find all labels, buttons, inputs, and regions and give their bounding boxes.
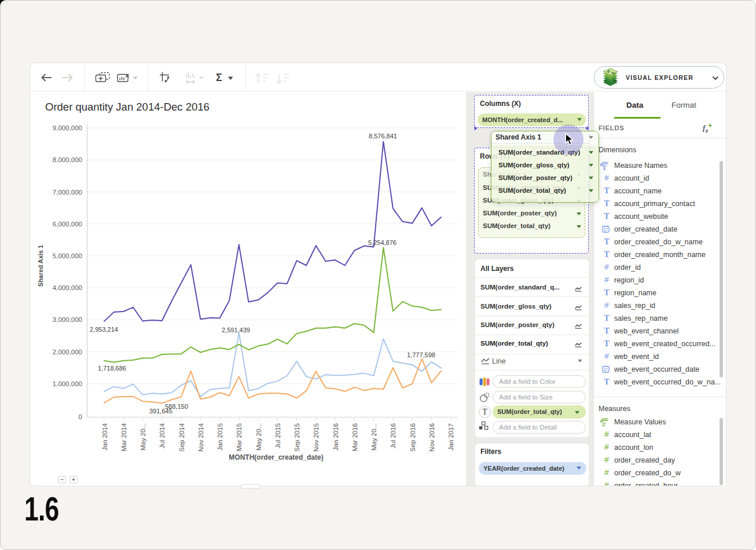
- svg-text:T: T: [602, 164, 607, 171]
- svg-text:Jul 2016: Jul 2016: [390, 423, 397, 448]
- svg-text:2,591,439: 2,591,439: [222, 327, 250, 333]
- svg-text:Sep 2015: Sep 2015: [293, 423, 300, 452]
- svg-text:May 20...: May 20...: [255, 423, 262, 450]
- svg-text:5,254,876: 5,254,876: [368, 239, 397, 246]
- svg-text:1,000,000: 1,000,000: [53, 380, 82, 387]
- svg-text:Mar 2014: Mar 2014: [120, 423, 127, 451]
- svg-text:4,000,000: 4,000,000: [53, 284, 82, 291]
- svg-text:May 20...: May 20...: [370, 423, 377, 450]
- svg-text:May 20...: May 20...: [140, 423, 146, 450]
- svg-text:0: 0: [79, 413, 82, 420]
- svg-text:3,000,000: 3,000,000: [53, 316, 82, 323]
- svg-text:5,000,000: 5,000,000: [53, 252, 82, 259]
- svg-text:MONTH(order_created_date): MONTH(order_created_date): [229, 453, 323, 461]
- svg-text:#: #: [602, 421, 606, 427]
- svg-text:9,000,000: 9,000,000: [53, 124, 82, 131]
- svg-text:Jan 2017: Jan 2017: [447, 423, 454, 450]
- svg-text:2,953,214: 2,953,214: [90, 326, 118, 333]
- svg-text:Jul 2015: Jul 2015: [274, 423, 281, 448]
- svg-text:Jan 2014: Jan 2014: [101, 423, 108, 450]
- svg-text:Shared Axis 1: Shared Axis 1: [37, 245, 44, 287]
- svg-text:Nov 2014: Nov 2014: [197, 423, 204, 452]
- svg-text:Jan 2016: Jan 2016: [332, 423, 339, 450]
- svg-text:2,000,000: 2,000,000: [53, 349, 82, 355]
- svg-text:7,000,000: 7,000,000: [53, 189, 82, 196]
- svg-text:Jan 2015: Jan 2015: [216, 423, 223, 450]
- svg-text:6,000,000: 6,000,000: [53, 221, 82, 228]
- svg-text:Mar 2015: Mar 2015: [236, 423, 243, 452]
- svg-text:Nov 2016: Nov 2016: [428, 423, 435, 452]
- svg-text:Jul 2014: Jul 2014: [159, 423, 166, 448]
- svg-text:Sep 2016: Sep 2016: [409, 423, 416, 452]
- svg-text:Nov 2015: Nov 2015: [313, 423, 320, 452]
- svg-text:588,150: 588,150: [165, 403, 188, 410]
- svg-text:1,777,598: 1,777,598: [407, 351, 435, 358]
- svg-text:8,000,000: 8,000,000: [53, 156, 82, 163]
- svg-text:Mar 2016: Mar 2016: [351, 423, 358, 452]
- svg-text:Sep 2014: Sep 2014: [178, 423, 185, 452]
- svg-text:Σ: Σ: [216, 72, 222, 83]
- svg-text:1,718,686: 1,718,686: [98, 365, 126, 372]
- svg-text:8,576,841: 8,576,841: [369, 133, 397, 140]
